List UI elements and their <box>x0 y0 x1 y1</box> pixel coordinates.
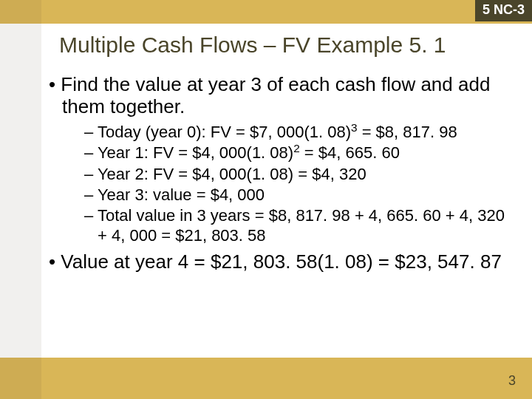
sub-bullet-text: Total value in 3 years = $8, 817. 98 + 4… <box>98 206 505 244</box>
exponent: 2 <box>293 142 300 154</box>
sub-bullet-item: Year 1: FV = $4, 000(1. 08)2 = $4, 665. … <box>41 143 517 163</box>
sub-bullet-text-tail: = $4, 665. 60 <box>300 143 400 162</box>
sub-list: Today (year 0): FV = $7, 000(1. 08)3 = $… <box>41 123 517 245</box>
sub-bullet-text: Year 3: value = $4, 000 <box>98 185 265 204</box>
sub-bullet-item: Year 3: value = $4, 000 <box>41 185 517 205</box>
sub-bullet-item: Total value in 3 years = $8, 817. 98 + 4… <box>41 206 517 245</box>
slide-content: Find the value at year 3 of each cash fl… <box>41 68 517 273</box>
sub-bullet-text: Today (year 0): FV = $7, 000(1. 08) <box>98 123 351 141</box>
sub-bullet-item: Today (year 0): FV = $7, 000(1. 08)3 = $… <box>41 123 517 142</box>
slide-tag: 5 NC-3 <box>475 0 532 21</box>
slide-title: Multiple Cash Flows – FV Example 5. 1 <box>59 33 517 57</box>
sub-bullet-item: Year 2: FV = $4, 000(1. 08) = $4, 320 <box>41 165 517 184</box>
bullet-item: Value at year 4 = $21, 803. 58(1. 08) = … <box>41 251 517 273</box>
bullet-text: Find the value at year 3 of each cash fl… <box>61 73 490 117</box>
sub-bullet-text-tail: = $8, 817. 98 <box>358 123 457 141</box>
page-number: 3 <box>508 373 516 389</box>
top-band <box>0 0 532 24</box>
bottom-band <box>0 358 532 399</box>
bullet-text: Value at year 4 = $21, 803. 58(1. 08) = … <box>61 250 502 273</box>
sub-bullet-text: Year 2: FV = $4, 000(1. 08) = $4, 320 <box>98 165 366 183</box>
exponent: 3 <box>351 120 358 133</box>
sub-bullet-text: Year 1: FV = $4, 000(1. 08) <box>98 143 293 162</box>
left-margin <box>0 0 41 399</box>
bullet-item: Find the value at year 3 of each cash fl… <box>41 74 517 118</box>
